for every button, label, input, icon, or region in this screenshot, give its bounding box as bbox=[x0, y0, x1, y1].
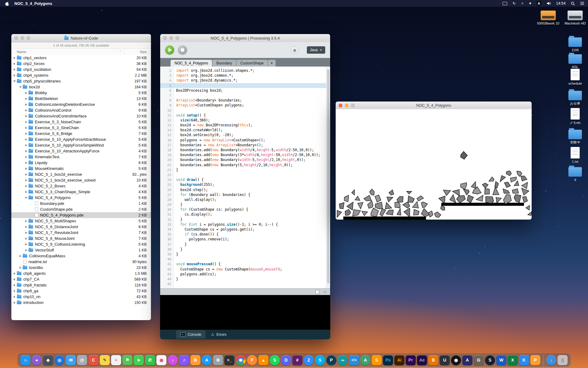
desktop-icon-schedule[interactable]: schedule bbox=[564, 69, 587, 85]
finder-row[interactable]: Exercise_5_3_SineChain5 KB bbox=[11, 125, 151, 131]
minimize-button[interactable] bbox=[21, 36, 24, 40]
desktop-icon-500GBwork 10[interactable]: 500GBwork 10 bbox=[537, 10, 560, 25]
finder-row[interactable]: MouseKinematic5 KB bbox=[11, 166, 151, 171]
code-line[interactable]: 30 for (CustomShape cs: polygons) { bbox=[160, 207, 326, 212]
finder-row[interactable]: Exercise_5_6_Bridge7 KB bbox=[11, 131, 151, 136]
finder-row[interactable]: chp4_systems2.2 MB bbox=[11, 72, 151, 78]
desktop-icon-メモetc[interactable]: メモetc bbox=[564, 108, 587, 125]
desktop-icon-お仕事[interactable]: お仕事 bbox=[564, 89, 587, 105]
disclosure-triangle[interactable] bbox=[14, 57, 15, 59]
file-list[interactable]: chp1_vectors20 KBchp2_forces36 KBchp3_os… bbox=[11, 55, 151, 320]
close-button[interactable] bbox=[14, 36, 18, 40]
processing-titlebar[interactable]: NOC_5_4_Polygons | Processing 3.5.4 bbox=[160, 34, 330, 42]
finder-row[interactable]: CollisionListeningDeletionExercise6 KB bbox=[11, 102, 151, 107]
dock-icon-discord[interactable]: D bbox=[281, 355, 291, 365]
code-line[interactable]: 5 bbox=[160, 83, 326, 88]
finder-row[interactable]: CollisionsAndControl9 KB bbox=[11, 107, 151, 113]
code-line[interactable]: 10 bbox=[160, 108, 326, 113]
dock-icon-finder[interactable]: ☺ bbox=[21, 355, 31, 365]
dock-icon-audacity[interactable]: A bbox=[462, 355, 473, 365]
code-line[interactable]: 2import org.jbox2d.collision.shapes.*; bbox=[160, 68, 326, 73]
dock-icon-notes[interactable]: ✎ bbox=[100, 355, 110, 365]
code-line[interactable]: 18 boundaries.add(new Boundary(width/4,h… bbox=[160, 148, 326, 152]
code-line[interactable]: 26 box2d.step(); bbox=[160, 187, 326, 192]
finder-row[interactable]: introduction150 KB bbox=[11, 300, 151, 305]
code-line[interactable]: 45 bbox=[160, 282, 326, 286]
finder-row[interactable]: NOC_5_5_MultiShapes5 KB bbox=[11, 218, 151, 224]
dock-icon-spotify[interactable]: S bbox=[270, 355, 280, 365]
finder-row[interactable]: chp2_forces36 KB bbox=[11, 61, 151, 67]
disclosure-triangle[interactable] bbox=[25, 150, 27, 152]
code-line[interactable]: 12 size(640,360); bbox=[160, 118, 326, 123]
disclosure-triangle[interactable] bbox=[14, 296, 15, 298]
finder-window[interactable]: Nature-of-Code 1 of 43 selected, 795.95 … bbox=[11, 34, 151, 320]
code-line[interactable]: 20 boundaries.add(new Boundary(width-5,h… bbox=[160, 157, 326, 162]
code-line[interactable]: 39} bbox=[160, 252, 326, 257]
dock-icon-contacts[interactable]: @ bbox=[77, 355, 87, 365]
finder-row[interactable]: readme.txt80 bytes bbox=[11, 259, 151, 265]
finder-row[interactable]: NOC_5_8_MouseJoint7 KB bbox=[11, 236, 151, 241]
sketch-window[interactable]: NOC_5_4_Polygons bbox=[336, 102, 532, 220]
mode-selector[interactable]: Java ▼ bbox=[307, 46, 325, 54]
code-line[interactable]: 23 bbox=[160, 172, 326, 177]
disclosure-triangle[interactable] bbox=[25, 237, 27, 240]
code-line[interactable]: 32 } bbox=[160, 217, 326, 222]
finder-row[interactable]: chp3_oscillation54 KB bbox=[11, 67, 151, 72]
processing-ide-window[interactable]: NOC_5_4_Polygons | Processing 3.5.4 ◉ Ja… bbox=[160, 34, 330, 339]
disclosure-triangle[interactable] bbox=[25, 138, 27, 141]
dock-icon-appstore[interactable]: A bbox=[202, 355, 212, 365]
code-line[interactable]: 3import org.jbox2d.common.*; bbox=[160, 73, 326, 78]
close-button[interactable] bbox=[339, 104, 342, 107]
dock-icon-processing[interactable]: P bbox=[326, 355, 337, 365]
desktop-icon-d[interactable]: d bbox=[564, 165, 587, 182]
code-line[interactable]: 22} bbox=[160, 167, 326, 172]
bluetooth-icon[interactable]: ∗ bbox=[521, 1, 524, 6]
disclosure-triangle[interactable] bbox=[25, 220, 27, 222]
dock-icon-downloads[interactable]: ↓ bbox=[546, 355, 556, 365]
zoom-button[interactable] bbox=[175, 36, 179, 40]
disclosure-triangle[interactable] bbox=[25, 115, 27, 117]
column-header-name[interactable]: Name bbox=[11, 50, 26, 54]
finder-row[interactable]: NOC_5_2_Boxes4 KB bbox=[11, 183, 151, 189]
dock-icon-calendar[interactable]: C bbox=[89, 355, 99, 365]
input-source-indicator[interactable]: A bbox=[537, 1, 541, 6]
dock-icon-safari[interactable]: ◎ bbox=[55, 355, 65, 365]
finder-row[interactable]: BlobSkeleton13 KB bbox=[11, 96, 151, 102]
disclosure-triangle[interactable] bbox=[25, 121, 27, 123]
finder-row[interactable]: NOC_5_4_Polygons.pde2 KB bbox=[11, 212, 151, 218]
dock-icon-terminal[interactable]: >_ bbox=[224, 355, 235, 365]
column-header-size[interactable]: Size bbox=[140, 50, 151, 54]
dock-icon-after-effects[interactable]: Ae bbox=[417, 355, 427, 365]
editor-tab-bar[interactable]: NOC_5_4_PolygonsBoundaryCustomShape▼ bbox=[160, 58, 330, 67]
dock-icon-itunes[interactable]: ♪ bbox=[168, 355, 178, 365]
sketch-canvas[interactable] bbox=[336, 109, 532, 220]
disclosure-triangle[interactable] bbox=[25, 167, 27, 170]
dock-icon-blender[interactable]: B bbox=[428, 355, 439, 365]
toggle-console-icon[interactable] bbox=[315, 290, 319, 294]
dock-icon-arduino[interactable]: ∞ bbox=[338, 355, 348, 365]
dock-icon-skype[interactable]: S bbox=[315, 355, 325, 365]
window-controls[interactable] bbox=[14, 36, 30, 40]
time-machine-icon[interactable]: ↻ bbox=[512, 1, 515, 6]
dock-icon-steam[interactable]: S bbox=[485, 355, 495, 365]
finder-row[interactable]: Boundary.pde1 KB bbox=[11, 201, 151, 206]
disclosure-triangle[interactable] bbox=[25, 249, 27, 251]
finder-row[interactable]: chp7_CA569 KB bbox=[11, 276, 151, 282]
finder-row[interactable]: chp8_fractals116 KB bbox=[11, 282, 151, 288]
dock-icon-maps[interactable]: ⚑ bbox=[123, 355, 133, 365]
window-controls[interactable] bbox=[163, 36, 179, 40]
disclosure-triangle[interactable] bbox=[20, 255, 21, 257]
code-line[interactable]: 4import org.jbox2d.dynamics.*; bbox=[160, 78, 326, 83]
zoom-button[interactable] bbox=[27, 36, 30, 40]
notification-center-icon[interactable] bbox=[580, 2, 584, 5]
disclosure-triangle[interactable] bbox=[25, 156, 27, 158]
favorites-icon[interactable]: ♥ bbox=[529, 1, 531, 6]
dock-icon-chrome[interactable] bbox=[236, 355, 246, 365]
finder-row[interactable]: NOC_5_1_box2d_exercise82...ytes bbox=[11, 171, 151, 177]
disclosure-triangle[interactable] bbox=[19, 86, 22, 88]
finder-row[interactable]: chp10_nn43 KB bbox=[11, 294, 151, 300]
disclosure-triangle[interactable] bbox=[25, 173, 27, 176]
dock-icon-firefox[interactable]: F bbox=[247, 355, 257, 365]
spotlight-icon[interactable] bbox=[571, 2, 575, 6]
apple-menu-icon[interactable] bbox=[5, 1, 9, 6]
